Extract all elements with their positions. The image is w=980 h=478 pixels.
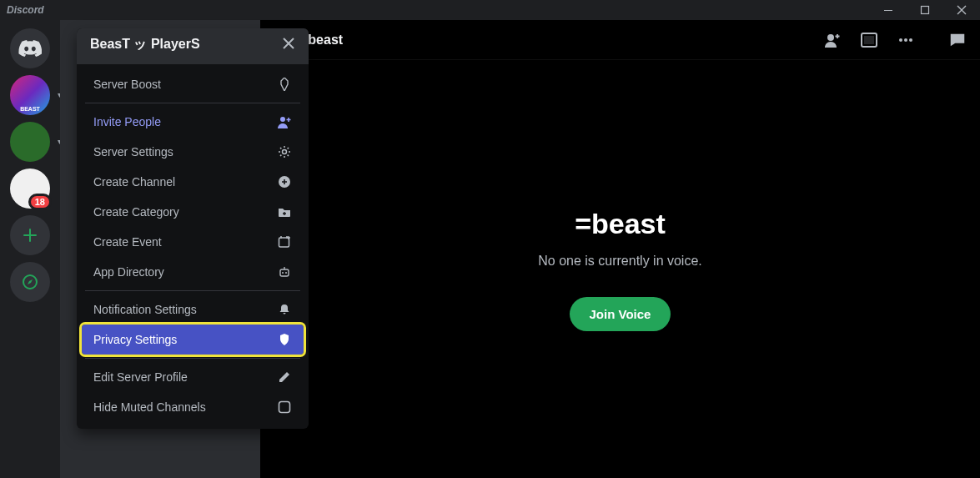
add-server-button[interactable] <box>10 215 50 255</box>
boost-icon <box>277 77 292 92</box>
calendar-plus-icon <box>277 234 292 249</box>
compass-icon <box>22 274 38 290</box>
plus-icon <box>22 227 38 244</box>
svg-point-3 <box>280 117 285 122</box>
close-dropdown-button[interactable] <box>282 35 295 54</box>
menu-label: Server Settings <box>93 145 173 158</box>
server-bolt-icon[interactable]: 18 <box>10 169 50 209</box>
server-beast-icon[interactable]: BEAST <box>10 75 50 115</box>
menu-label: App Directory <box>93 265 164 279</box>
window-controls <box>877 1 973 19</box>
server-item[interactable]: 18 <box>10 169 50 209</box>
svg-point-8 <box>282 272 284 274</box>
chat-button[interactable] <box>948 31 967 49</box>
menu-invite-people[interactable]: Invite People <box>82 107 304 137</box>
add-user-icon <box>277 114 292 129</box>
svg-point-11 <box>827 34 834 41</box>
voice-channel-title: =beast <box>575 208 666 240</box>
menu-label: Privacy Settings <box>93 333 177 346</box>
inbox-button[interactable] <box>860 31 878 49</box>
server-pepe-icon[interactable] <box>10 122 50 162</box>
menu-create-category[interactable]: Create Category <box>82 197 304 227</box>
bell-icon <box>277 302 292 317</box>
menu-create-channel[interactable]: Create Channel <box>82 167 304 197</box>
svg-point-9 <box>285 272 287 274</box>
menu-app-directory[interactable]: App Directory <box>82 257 304 287</box>
svg-rect-7 <box>280 269 289 276</box>
svg-rect-10 <box>279 402 290 413</box>
menu-label: Invite People <box>93 115 161 128</box>
close-icon <box>282 37 295 50</box>
server-dropdown-menu: BeasT ッ PlayerS Server Boost Invite Peop… <box>77 28 309 429</box>
svg-point-16 <box>909 38 912 42</box>
menu-hide-muted-channels[interactable]: Hide Muted Channels <box>82 392 304 422</box>
checkbox-icon <box>277 400 292 415</box>
pencil-icon <box>277 370 292 385</box>
svg-point-14 <box>899 38 902 42</box>
svg-point-15 <box>904 38 907 42</box>
home-button[interactable] <box>10 28 50 68</box>
menu-label: Create Channel <box>93 175 175 189</box>
more-button[interactable] <box>897 31 915 49</box>
app-name: Discord <box>7 4 44 16</box>
menu-label: Notification Settings <box>93 303 197 316</box>
robot-icon <box>277 264 292 279</box>
server-item[interactable]: BEAST ▾ <box>10 75 50 115</box>
titlebar: Discord <box>0 0 980 20</box>
server-name: BeasT ッ PlayerS <box>90 36 200 53</box>
menu-label: Create Category <box>93 205 179 219</box>
svg-rect-1 <box>922 7 929 14</box>
voice-channel-body: =beast No one is currently in voice. Joi… <box>260 60 980 478</box>
menu-label: Create Event <box>93 235 162 249</box>
join-voice-button[interactable]: Join Voice <box>570 297 671 331</box>
menu-label: Server Boost <box>93 78 161 91</box>
dropdown-header: BeasT ッ PlayerS <box>77 28 309 64</box>
menu-label: Edit Server Profile <box>93 370 188 384</box>
svg-rect-0 <box>884 10 892 11</box>
explore-servers-button[interactable] <box>10 262 50 302</box>
menu-server-settings[interactable]: Server Settings <box>82 137 304 167</box>
channel-header: =beast <box>260 20 980 60</box>
main-content: =beast =beast No one is currently in voi… <box>260 20 980 478</box>
voice-channel-status: No one is currently in voice. <box>538 254 702 269</box>
add-friends-button[interactable] <box>823 31 842 49</box>
discord-logo-icon <box>18 40 42 57</box>
svg-rect-13 <box>864 36 874 44</box>
menu-label: Hide Muted Channels <box>93 400 206 414</box>
folder-plus-icon <box>277 204 292 219</box>
plus-circle-icon <box>277 174 292 189</box>
menu-create-event[interactable]: Create Event <box>82 227 304 257</box>
close-window-button[interactable] <box>950 1 973 19</box>
divider <box>85 103 300 103</box>
divider <box>85 290 300 291</box>
menu-edit-server-profile[interactable]: Edit Server Profile <box>82 362 304 392</box>
minimize-button[interactable] <box>877 1 900 19</box>
svg-point-4 <box>283 150 287 154</box>
maximize-button[interactable] <box>913 1 937 19</box>
menu-notification-settings[interactable]: Notification Settings <box>82 294 304 325</box>
channel-panel: BeasT ッ PlayerS Server Boost Invite Peop… <box>60 20 260 478</box>
menu-server-boost[interactable]: Server Boost <box>82 69 304 99</box>
server-list: BEAST ▾ ▾ 18 <box>0 20 60 478</box>
mention-badge: 18 <box>28 194 52 210</box>
divider <box>85 358 300 359</box>
shield-icon <box>277 332 292 347</box>
server-item[interactable]: ▾ <box>10 122 50 162</box>
menu-privacy-settings[interactable]: Privacy Settings <box>82 325 304 355</box>
gear-icon <box>277 144 292 159</box>
svg-rect-6 <box>279 238 289 247</box>
